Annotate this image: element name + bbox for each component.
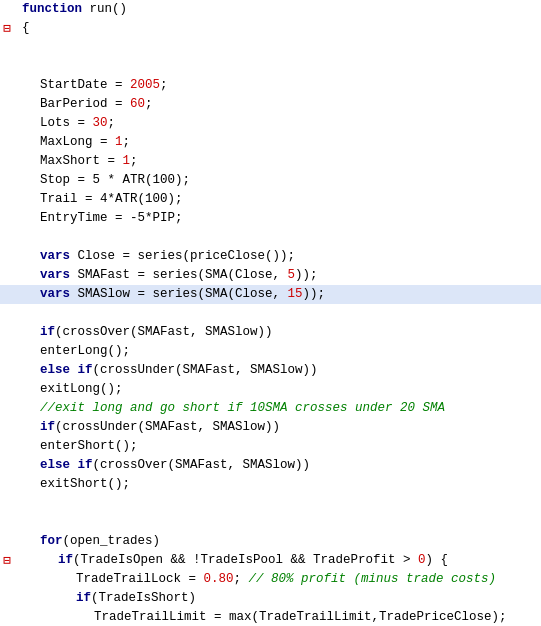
token-kw: if	[40, 325, 55, 339]
token-normal: ;	[145, 97, 153, 111]
line-content: StartDate = 2005;	[18, 76, 168, 95]
token-normal	[70, 458, 78, 472]
token-red: 5	[288, 268, 296, 282]
line-6: BarPeriod = 60;	[0, 95, 541, 114]
token-normal: TradeTrailLock =	[76, 572, 204, 586]
token-normal: (crossUnder(SMAFast, SMASlow))	[55, 420, 280, 434]
line-28	[0, 513, 541, 532]
token-kw: if	[58, 553, 73, 567]
token-normal: enterShort();	[40, 439, 138, 453]
line-content: if(crossOver(SMAFast, SMASlow))	[18, 323, 273, 342]
line-21: exitLong();	[0, 380, 541, 399]
line-30: ⊟if(TradeIsOpen && !TradeIsPool && Trade…	[0, 551, 541, 570]
line-27	[0, 494, 541, 513]
code-editor: function run()⊟{ StartDate = 2005;BarPer…	[0, 0, 541, 626]
token-red: 2005	[130, 78, 160, 92]
token-red: 1	[123, 154, 131, 168]
line-25: else if(crossOver(SMAFast, SMASlow))	[0, 456, 541, 475]
token-normal: ) {	[426, 553, 449, 567]
line-13	[0, 228, 541, 247]
line-content: vars Close = series(priceClose());	[18, 247, 295, 266]
token-red: 60	[130, 97, 145, 111]
token-normal: ));	[303, 287, 326, 301]
line-content: else if(crossOver(SMAFast, SMASlow))	[18, 456, 310, 475]
line-content: if(TradeIsShort)	[18, 589, 196, 608]
token-normal: enterLong();	[40, 344, 130, 358]
line-23: if(crossUnder(SMAFast, SMASlow))	[0, 418, 541, 437]
line-content: exitShort();	[18, 475, 130, 494]
token-normal: MaxShort =	[40, 154, 123, 168]
token-normal: Lots =	[40, 116, 93, 130]
line-11: Trail = 4*ATR(100);	[0, 190, 541, 209]
token-normal: (crossOver(SMAFast, SMASlow))	[55, 325, 273, 339]
token-green-comment: // 80% profit (minus trade costs)	[249, 572, 497, 586]
line-content: MaxShort = 1;	[18, 152, 138, 171]
token-normal: TradeTrailLimit = max(TradeTrailLimit,Tr…	[94, 610, 507, 624]
token-normal: Stop = 5 * ATR(100);	[40, 173, 190, 187]
token-normal: (crossOver(SMAFast, SMASlow))	[93, 458, 311, 472]
line-content	[18, 494, 30, 513]
line-content: Stop = 5 * ATR(100);	[18, 171, 190, 190]
line-content: else if(crossUnder(SMAFast, SMASlow))	[18, 361, 318, 380]
token-normal	[70, 363, 78, 377]
token-normal: EntryTime = -5*PIP;	[40, 211, 183, 225]
token-red: 0	[418, 553, 426, 567]
line-32: if(TradeIsShort)	[0, 589, 541, 608]
line-content	[18, 57, 30, 76]
token-kw: if	[40, 420, 55, 434]
line-content: exitLong();	[18, 380, 123, 399]
token-kw: else	[40, 363, 70, 377]
token-normal: (TradeIsOpen && !TradeIsPool && TradePro…	[73, 553, 418, 567]
token-normal: Close = series(priceClose());	[70, 249, 295, 263]
line-content: vars SMASlow = series(SMA(Close, 15));	[18, 285, 325, 304]
line-content: enterLong();	[18, 342, 130, 361]
line-31: TradeTrailLock = 0.80; // 80% profit (mi…	[0, 570, 541, 589]
line-7: Lots = 30;	[0, 114, 541, 133]
token-red: 30	[93, 116, 108, 130]
token-kw: vars	[40, 249, 70, 263]
token-normal: ));	[295, 268, 318, 282]
token-normal: (TradeIsShort)	[91, 591, 196, 605]
line-content: //exit long and go short if 10SMA crosse…	[18, 399, 445, 418]
line-22: //exit long and go short if 10SMA crosse…	[0, 399, 541, 418]
token-normal: ;	[130, 154, 138, 168]
token-normal: SMAFast = series(SMA(Close,	[70, 268, 288, 282]
line-content: if(TradeIsOpen && !TradeIsPool && TradeP…	[18, 551, 448, 570]
line-content	[18, 304, 30, 323]
token-red: 1	[115, 135, 123, 149]
collapse-marker[interactable]: ⊟	[0, 551, 14, 570]
line-18: if(crossOver(SMAFast, SMASlow))	[0, 323, 541, 342]
token-kw: function	[22, 2, 82, 16]
token-normal: exitShort();	[40, 477, 130, 491]
line-8: MaxLong = 1;	[0, 133, 541, 152]
line-12: EntryTime = -5*PIP;	[0, 209, 541, 228]
collapse-marker[interactable]: ⊟	[0, 19, 14, 38]
line-content: vars SMAFast = series(SMA(Close, 5));	[18, 266, 318, 285]
line-1: function run()	[0, 0, 541, 19]
token-normal: StartDate =	[40, 78, 130, 92]
line-10: Stop = 5 * ATR(100);	[0, 171, 541, 190]
line-content: TradeTrailLock = 0.80; // 80% profit (mi…	[18, 570, 496, 589]
line-4	[0, 57, 541, 76]
token-kw: vars	[40, 268, 70, 282]
token-normal: ;	[123, 135, 131, 149]
line-content	[18, 228, 30, 247]
token-normal: (crossUnder(SMAFast, SMASlow))	[93, 363, 318, 377]
line-33: TradeTrailLimit = max(TradeTrailLimit,Tr…	[0, 608, 541, 626]
line-15: vars SMAFast = series(SMA(Close, 5));	[0, 266, 541, 285]
line-content: for(open_trades)	[18, 532, 160, 551]
token-normal: MaxLong =	[40, 135, 115, 149]
line-content: BarPeriod = 60;	[18, 95, 153, 114]
line-14: vars Close = series(priceClose());	[0, 247, 541, 266]
line-19: enterLong();	[0, 342, 541, 361]
token-normal: run()	[82, 2, 127, 16]
line-17	[0, 304, 541, 323]
line-2: ⊟{	[0, 19, 541, 38]
line-29: for(open_trades)	[0, 532, 541, 551]
line-26: exitShort();	[0, 475, 541, 494]
token-green-comment: //exit long and go short if 10SMA crosse…	[40, 401, 445, 415]
token-red: 0.80	[204, 572, 234, 586]
line-content: TradeTrailLimit = max(TradeTrailLimit,Tr…	[18, 608, 507, 626]
token-red: 15	[288, 287, 303, 301]
token-normal: ;	[234, 572, 249, 586]
